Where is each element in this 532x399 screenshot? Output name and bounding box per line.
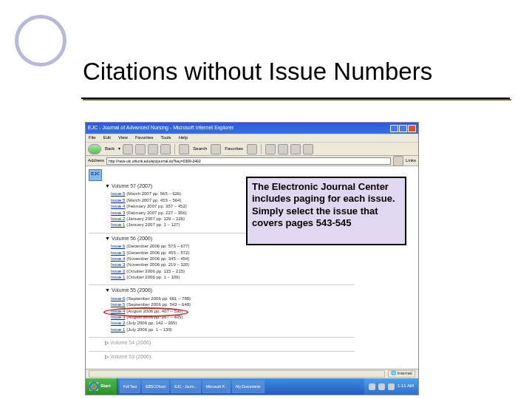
issue-link[interactable]: Issue 5 <box>111 250 125 255</box>
volume-block-54: ▷Volume 54 (2006) <box>105 340 415 346</box>
issue-meta: (December 2006 pp. 455 – 572) <box>126 250 189 255</box>
tray-icon[interactable] <box>369 383 375 390</box>
title-rule-shadow <box>83 99 511 100</box>
issue-meta: (December 2006 pp. 573 – 677) <box>126 244 189 248</box>
address-input[interactable]: http://rave-olc.ohionk.edu/ejc/journal.d… <box>106 157 391 165</box>
issue-row: Issue 1(July 2006 pp. 1 – 139) <box>111 327 415 332</box>
triangle-down-icon: ▼ <box>105 236 110 241</box>
issue-link[interactable]: Issue 6 <box>111 296 125 301</box>
browser-titlebar: EJC - Journal of Advanced Nursing - Micr… <box>86 123 418 134</box>
status-internet-zone: 🌐 Internet <box>388 370 415 378</box>
issue-link[interactable]: Issue 2 <box>111 269 125 273</box>
back-menu-icon[interactable]: ▾ <box>118 146 120 151</box>
browser-menubar: File Edit View Favorites Tools Help <box>86 134 418 143</box>
taskbar-items: Full Text EBSCOhost EJC - Journ... Micro… <box>120 380 265 393</box>
issue-link[interactable]: Issue 5 <box>111 198 125 202</box>
minimize-button[interactable] <box>390 125 398 132</box>
tray-icon[interactable] <box>378 383 385 390</box>
status-cell <box>89 370 385 378</box>
issue-link[interactable]: Issue 5 <box>111 302 125 307</box>
issue-row: Issue 4(August 2006 pp. 407 – 530) <box>111 308 415 314</box>
issue-meta: (January 2007 pp. 129 – 226) <box>126 216 185 221</box>
slide-title: Citations without Issue Numbers <box>83 58 432 86</box>
forward-button[interactable] <box>123 144 133 154</box>
issue-link[interactable]: Issue 3 <box>111 211 125 215</box>
taskbar-item[interactable]: EJC - Journ... <box>171 380 201 393</box>
issue-link[interactable]: Issue 1 <box>111 222 125 227</box>
callout-text: The Electronic Journal Center includes p… <box>252 181 395 228</box>
favorites-label: Favorites <box>225 146 243 151</box>
issue-meta: (July 2006 pp. 1 – 139) <box>126 327 171 332</box>
back-button[interactable] <box>88 144 101 154</box>
favorites-icon[interactable] <box>211 144 221 154</box>
volume-header[interactable]: ▼Volume 55 (2006) <box>105 287 415 293</box>
issue-row: Issue 1(October 2006 pp. 1 – 109) <box>111 274 415 280</box>
home-button[interactable] <box>160 144 171 154</box>
issue-link[interactable]: Issue 2 <box>111 321 125 325</box>
issue-meta: (November 2006 pp. 345 – 454) <box>126 256 189 261</box>
issue-meta: (July 2006 pp. 142 – 265) <box>126 321 177 325</box>
issue-link[interactable]: Issue 4 <box>111 256 125 261</box>
browser-toolbar: Back ▾ Search Favorites <box>86 143 418 156</box>
issue-link[interactable]: Issue 2 <box>111 216 125 221</box>
print-button[interactable] <box>278 144 288 154</box>
issue-meta: (February 2007 pp. 227 – 356) <box>126 211 186 215</box>
issue-meta: (October 2006 pp. 1 – 109) <box>126 275 180 279</box>
history-button[interactable] <box>247 144 257 154</box>
system-tray: 1:11 AM <box>364 378 418 395</box>
address-label: Address <box>88 158 104 163</box>
menu-edit[interactable]: Edit <box>103 135 111 140</box>
issue-row: Issue 3(November 2006 pp. 219 – 320) <box>111 262 415 267</box>
issue-list: Issue 6(September 2006 pp. 661 – 788) Is… <box>111 296 415 332</box>
issue-link[interactable]: Issue 1 <box>111 327 125 332</box>
volume-header[interactable]: ▷Volume 54 (2006) <box>105 340 415 346</box>
issue-meta: (September 2006 pp. 661 – 788) <box>126 296 191 301</box>
triangle-down-icon: ▼ <box>105 287 110 293</box>
ejc-logo: EJC <box>89 169 102 181</box>
go-button[interactable] <box>393 156 403 166</box>
close-button[interactable] <box>408 125 416 132</box>
stop-button[interactable] <box>135 144 146 154</box>
decorative-circle <box>15 15 66 66</box>
maximize-button[interactable] <box>399 125 407 132</box>
issue-row: Issue 2(July 2006 pp. 142 – 265) <box>111 320 415 326</box>
menu-view[interactable]: View <box>118 135 128 140</box>
volume-label: Volume 57 (2007) <box>112 183 152 188</box>
issue-link[interactable]: Issue 3 <box>111 262 125 267</box>
issue-link[interactable]: Issue 5 <box>111 191 125 196</box>
messenger-button[interactable] <box>303 144 313 154</box>
mail-button[interactable] <box>265 144 276 154</box>
menu-file[interactable]: File <box>89 135 96 140</box>
issue-row: Issue 6(September 2006 pp. 661 – 788) <box>111 296 415 301</box>
triangle-down-icon: ▼ <box>105 183 110 188</box>
start-button[interactable]: Start <box>86 378 117 395</box>
issue-link[interactable]: Issue 6 <box>111 244 125 248</box>
taskbar-item[interactable]: EBSCOhost <box>142 380 169 393</box>
window-title: EJC - Journal of Advanced Nursing - Micr… <box>88 125 233 131</box>
edit-button[interactable] <box>290 144 301 154</box>
menu-favorites[interactable]: Favorites <box>135 135 154 140</box>
taskbar-item[interactable]: My Documents <box>232 380 264 393</box>
refresh-button[interactable] <box>148 144 158 154</box>
triangle-right-icon: ▷ <box>105 354 109 359</box>
issue-link[interactable]: Issue 4 <box>111 204 125 208</box>
issue-meta: (August 2006 pp. 267 – 405) <box>126 315 183 319</box>
issue-meta: (March 2007 pp. 565 – 626) <box>126 191 181 196</box>
issue-meta: (March 2007 pp. 453 – 564) <box>126 198 181 202</box>
issue-link[interactable]: Issue 3 <box>111 315 125 319</box>
issue-link[interactable]: Issue 1 <box>111 275 125 279</box>
status-internet-label: Internet <box>398 371 412 376</box>
search-icon[interactable] <box>179 144 189 154</box>
volume-divider <box>89 284 355 285</box>
issue-meta: (August 2006 pp. 407 – 530) <box>126 309 183 313</box>
browser-window: EJC - Journal of Advanced Nursing - Micr… <box>85 122 419 395</box>
menu-tools[interactable]: Tools <box>161 135 171 140</box>
browser-statusbar: 🌐 Internet <box>86 369 418 378</box>
taskbar-item[interactable]: Full Text <box>120 380 141 393</box>
issue-link[interactable]: Issue 4 <box>111 309 125 313</box>
menu-help[interactable]: Help <box>179 135 188 140</box>
volume-header[interactable]: ▷Volume 53 (2006) <box>105 354 415 360</box>
tray-icon[interactable] <box>388 383 395 390</box>
volume-block-55: ▼Volume 55 (2006) Issue 6(September 2006… <box>105 287 415 332</box>
taskbar-item[interactable]: Microsoft P... <box>202 380 231 393</box>
